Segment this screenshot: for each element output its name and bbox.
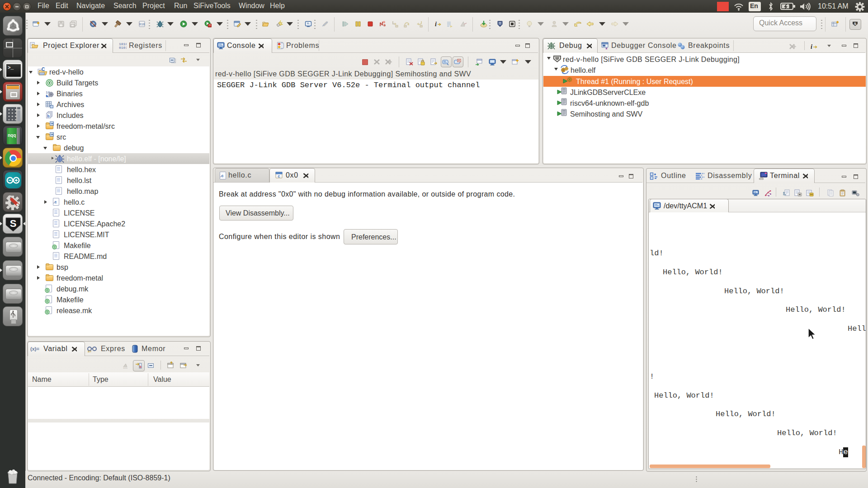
svg-text:C: C xyxy=(42,67,45,72)
svg-text:i: i xyxy=(435,21,437,28)
svg-text:i: i xyxy=(811,43,812,50)
svg-text:x=: x= xyxy=(88,350,91,353)
svg-text:S: S xyxy=(10,218,17,229)
svg-text:b: b xyxy=(140,365,142,368)
svg-text:010: 010 xyxy=(139,23,145,26)
svg-text:0101: 0101 xyxy=(119,46,127,49)
svg-text:c: c xyxy=(278,174,280,179)
svg-text:101: 101 xyxy=(123,366,128,369)
svg-text:h: h xyxy=(47,113,50,118)
svg-text:S: S xyxy=(854,22,856,26)
